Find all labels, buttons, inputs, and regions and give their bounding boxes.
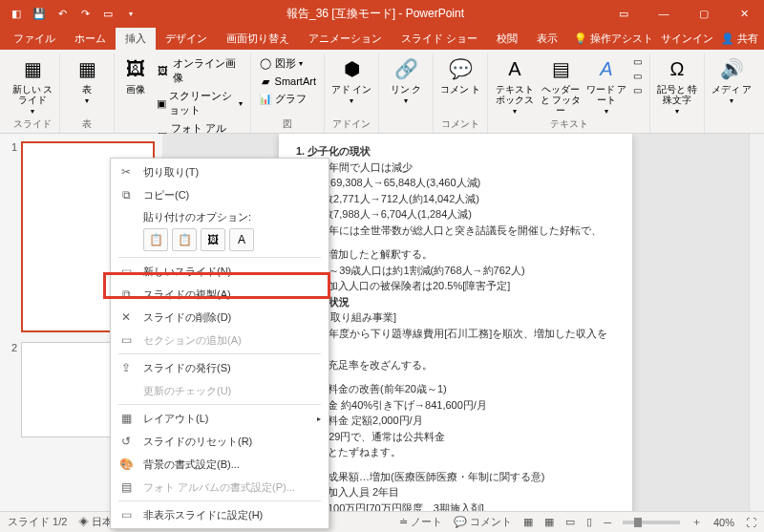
copy-icon: ⧉ (118, 188, 134, 202)
table-button[interactable]: ▦表▾ (66, 53, 108, 105)
cm-cut[interactable]: ✂切り取り(T) (111, 160, 329, 183)
cm-reset-slide[interactable]: ↺スライドのリセット(R) (111, 430, 329, 453)
page-text: 下水道料金 定額2,000円/月 (296, 413, 615, 429)
cm-publish-slide[interactable]: ⇪スライドの発行(S) (111, 356, 329, 379)
shapes-button[interactable]: ◯図形▾ (257, 55, 318, 72)
hide-icon: ▭ (118, 508, 134, 521)
cm-delete-slide[interactable]: ✕スライドの削除(D) (111, 306, 329, 329)
smartart-button[interactable]: ▰SmartArt (257, 74, 318, 89)
cm-copy[interactable]: ⧉コピー(C) (111, 183, 329, 206)
minimize-button[interactable]: — (644, 0, 684, 27)
qat-customize-icon[interactable]: ▾ (120, 3, 141, 24)
cm-format-background[interactable]: 🎨背景の書式設定(B)... (111, 453, 329, 476)
zoom-in-button[interactable]: ＋ (691, 515, 702, 529)
group-slide-label: スライド (13, 116, 52, 133)
header-footer-button[interactable]: ▤ヘッダーと フッター (540, 53, 582, 116)
start-slideshow-icon[interactable]: ▭ (97, 3, 118, 24)
page-text: 過去10年間で人口は減少 (296, 160, 615, 176)
page-text: 1. 少子化の現状 (296, 143, 615, 160)
system-menu-icon[interactable]: ◧ (6, 3, 27, 24)
album-icon: ▤ (118, 480, 134, 494)
smartart-icon: ▰ (259, 74, 272, 88)
fit-to-window-icon[interactable]: ⛶ (746, 517, 756, 528)
paste-keep-source-icon[interactable]: 📋 (143, 228, 168, 251)
tab-view[interactable]: 表示 (527, 28, 567, 50)
table-icon: ▦ (74, 55, 100, 82)
text-more-3[interactable]: ▭ (631, 84, 644, 96)
page-text: 2. 財政状況 (296, 294, 615, 310)
maximize-button[interactable]: ▢ (684, 0, 724, 27)
zoom-level[interactable]: 40% (713, 517, 734, 528)
screenshot-button[interactable]: ▣スクリーンショット▾ (155, 88, 244, 118)
page-text: 稿集会充足率を改ざんする。 (296, 357, 615, 373)
symbol-icon: Ω (664, 55, 690, 82)
text-more-2[interactable]: ▭ (631, 70, 644, 82)
layout-icon: ▦ (118, 412, 134, 425)
paste-text-icon[interactable]: A (229, 228, 254, 251)
ribbon-options-icon[interactable]: ▭ (604, 0, 644, 27)
wordart-button[interactable]: Aワード アート▾ (585, 53, 627, 116)
new-slide-icon: ▦ (19, 55, 46, 82)
pictures-button[interactable]: 🖼画像 (120, 53, 151, 95)
page-text: [新たな取り組み事業] (296, 309, 615, 326)
paste-picture-icon[interactable]: 🖼 (201, 228, 225, 251)
page-text: 減ったとたずねます。 (296, 444, 615, 460)
view-reading-icon[interactable]: ▭ (565, 516, 575, 528)
tab-design[interactable]: デザイン (156, 28, 217, 50)
tab-animation[interactable]: アニメーション (299, 28, 392, 50)
undo-icon[interactable]: ↶ (52, 3, 73, 24)
view-normal-icon[interactable]: ▦ (523, 516, 533, 528)
new-slide-button[interactable]: ▦新しい スライド▾ (11, 53, 53, 116)
chart-button[interactable]: 📊グラフ (257, 91, 318, 107)
text-more-1[interactable]: ▭ (631, 55, 644, 68)
status-comments-button[interactable]: 💬 コメント (454, 515, 512, 529)
close-button[interactable]: ✕ (724, 0, 764, 27)
media-icon: 🔊 (718, 55, 745, 82)
redo-icon[interactable]: ↷ (74, 3, 96, 24)
page-text: 平成14年には全世帯数が総人口と突き詰議長を開催した好転で、 (296, 223, 615, 239)
symbol-button[interactable]: Ω記号と 特殊文字▾ (656, 53, 698, 116)
screenshot-icon: ▣ (157, 96, 166, 110)
group-addins-label: アドイン (332, 116, 371, 133)
cm-add-section: ▭セクションの追加(A) (111, 329, 329, 351)
comment-button[interactable]: 💬コメン ト (439, 53, 481, 95)
page-text: 水道料金 約40%引き下げ→841,600円/月 (296, 397, 615, 414)
tell-me[interactable]: 💡 操作アシスト (574, 32, 653, 46)
page-text: ・一人成果額…増加(医療医師医療・年制に関する意) (296, 469, 615, 485)
save-icon[interactable]: 💾 (29, 3, 50, 24)
cm-new-slide[interactable]: ▭新しいスライド(N) (111, 260, 329, 283)
tab-transition[interactable]: 画面切り替え (217, 28, 299, 50)
group-comment-label: コメント (441, 116, 479, 133)
tab-insert[interactable]: 挿入 (116, 28, 156, 50)
cm-hide-slide[interactable]: ▭非表示スライドに設定(H) (111, 503, 329, 526)
tab-file[interactable]: ファイル (4, 28, 65, 50)
cm-duplicate-slide[interactable]: ⧉スライドの複製(A) (111, 283, 329, 306)
addins-button[interactable]: ⬢アド イン▾ (330, 53, 372, 105)
zoom-out-button[interactable]: ─ (604, 517, 611, 528)
status-slide-count[interactable]: スライド 1/2 (8, 515, 67, 529)
tab-home[interactable]: ホーム (65, 28, 116, 50)
online-pictures-button[interactable]: 🖼オンライン画像 (155, 55, 244, 86)
cut-icon: ✂ (118, 165, 134, 179)
page-text: 入替が増加したと解釈する。 (296, 246, 615, 263)
section-icon: ▭ (118, 333, 134, 347)
view-slideshow-icon[interactable]: ▯ (586, 516, 592, 528)
zoom-slider[interactable] (623, 521, 680, 524)
page-text: 年 総数69,308人→65,848人(3,460人減) (296, 175, 615, 191)
tab-review[interactable]: 校閲 (487, 28, 527, 50)
status-notes-button[interactable]: ≐ ノート (399, 515, 442, 529)
link-button[interactable]: 🔗リン ク▾ (385, 53, 427, 105)
cm-layout[interactable]: ▦レイアウト(L)▸ (111, 407, 329, 430)
vertical-scrollbar[interactable] (749, 134, 764, 511)
tab-slideshow[interactable]: スライド ショー (392, 28, 487, 50)
page-text: ・新規加入人員 2年目 (296, 484, 615, 500)
share-button[interactable]: 👤 共有 (721, 32, 758, 46)
media-button[interactable]: 🔊メディ ア▾ (711, 53, 753, 105)
shapes-icon: ◯ (259, 57, 272, 71)
signin-link[interactable]: サインイン (661, 32, 713, 46)
slide-canvas[interactable]: 1. 少子化の現状 過去10年間で人口は減少 年 総数69,308人→65,84… (279, 134, 632, 511)
paste-use-dest-icon[interactable]: 📋 (172, 228, 197, 251)
duplicate-icon: ⧉ (118, 287, 134, 301)
view-sorter-icon[interactable]: ▦ (544, 516, 554, 528)
textbox-button[interactable]: Aテキスト ボックス▾ (494, 53, 536, 116)
